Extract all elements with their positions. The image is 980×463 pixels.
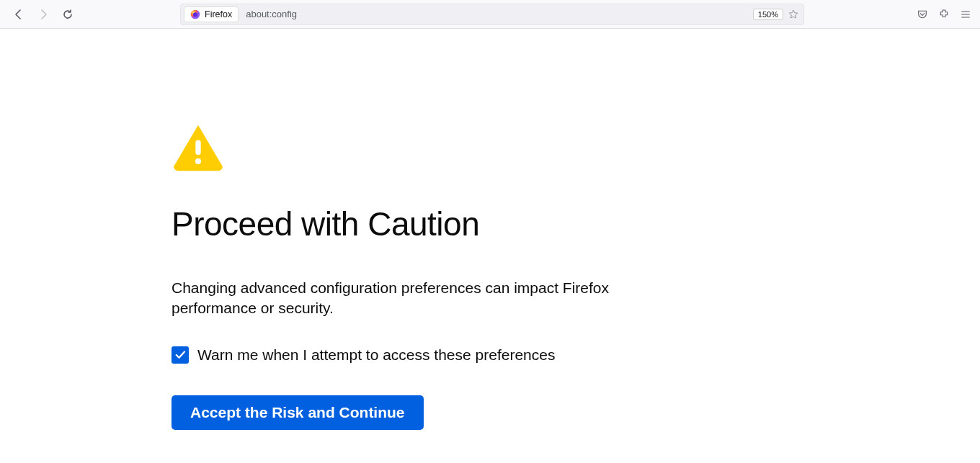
toolbar-right-icons <box>917 9 971 20</box>
url-bar[interactable]: Firefox about:config 150% <box>180 4 804 25</box>
about-config-warning: Proceed with Caution Changing advanced c… <box>0 29 663 430</box>
back-button[interactable] <box>9 4 29 24</box>
checkmark-icon <box>174 349 187 361</box>
warn-checkbox-row[interactable]: Warn me when I attempt to access these p… <box>172 346 663 364</box>
page-content: Proceed with Caution Changing advanced c… <box>0 29 980 463</box>
url-text[interactable]: about:config <box>243 9 749 19</box>
svg-rect-2 <box>195 140 200 155</box>
zoom-badge[interactable]: 150% <box>753 9 783 20</box>
reload-icon <box>62 9 74 20</box>
extensions-icon[interactable] <box>938 9 950 20</box>
svg-point-1 <box>193 12 197 17</box>
arrow-left-icon <box>13 9 24 20</box>
identity-label: Firefox <box>205 9 232 19</box>
browser-toolbar: Firefox about:config 150% <box>0 0 980 29</box>
identity-box[interactable]: Firefox <box>184 6 239 22</box>
pocket-icon[interactable] <box>917 9 928 20</box>
firefox-logo-icon <box>190 9 200 19</box>
warning-triangle-icon <box>172 122 225 171</box>
svg-point-3 <box>195 158 201 164</box>
warning-description: Changing advanced configuration preferen… <box>172 278 663 319</box>
page-title: Proceed with Caution <box>172 204 663 243</box>
accept-risk-button[interactable]: Accept the Risk and Continue <box>172 395 424 430</box>
warn-checkbox[interactable] <box>172 346 189 364</box>
warn-checkbox-label: Warn me when I attempt to access these p… <box>197 346 555 364</box>
arrow-right-icon <box>37 9 49 20</box>
menu-icon[interactable] <box>960 9 971 20</box>
bookmark-star-icon[interactable] <box>788 9 799 20</box>
forward-button[interactable] <box>33 4 53 24</box>
reload-button[interactable] <box>58 4 78 24</box>
